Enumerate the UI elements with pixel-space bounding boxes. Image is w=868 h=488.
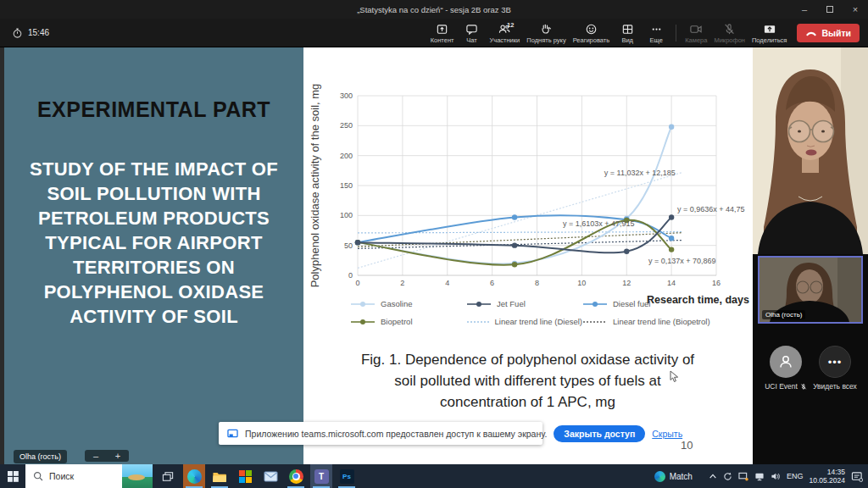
hidden-icons-chevron[interactable] [709,473,717,480]
maximize-icon [826,6,833,13]
figure-caption: Fig. 1. Dependence of polyphenol oxidase… [301,349,753,413]
participant-avatar-uci-event[interactable] [770,346,802,378]
taskbar-search-input[interactable]: Поиск [25,464,153,488]
main-video-feed [753,47,868,254]
taskbar-app-teams[interactable]: T [310,464,332,488]
shared-screen-slide: EXPERIMENTAL PART STUDY OF THE IMPACT OF… [4,47,753,464]
start-button[interactable] [0,464,25,488]
hand-icon [540,23,553,36]
network-tray-icon[interactable] [754,472,765,481]
taskbar-clock[interactable]: 14:35 10.05.2024 [809,468,845,485]
edge-icon [187,469,202,484]
self-video-label: Olha (гость) [762,310,805,319]
toolbar-button-react[interactable]: Реагировать [570,19,614,47]
stop-sharing-button[interactable]: Закрыть доступ [554,425,645,442]
slide-left-panel: EXPERIMENTAL PART STUDY OF THE IMPACT OF… [4,47,303,464]
windows-logo-icon [8,471,19,482]
timer-icon [12,27,23,39]
presenter-name-pill: Olha (гость) [14,450,67,463]
speaker-video-portrait [753,47,868,254]
sync-tray-icon[interactable] [723,472,732,481]
mouse-cursor [670,370,679,383]
ellipsis-icon: ••• [828,356,843,369]
news-widget[interactable]: Match [654,471,693,482]
task-view-icon [162,471,174,482]
meeting-timer: 15:46 [12,27,49,39]
zoom-out-button[interactable]: – [85,451,107,461]
taskbar-app-explorer[interactable] [209,464,231,488]
toolbar-button-content[interactable]: Контент [427,19,458,47]
maximize-button[interactable] [817,0,843,19]
mic-muted-icon [800,383,807,391]
taskbar-app-store[interactable] [234,464,256,488]
legend-item: Linear trend line (Biopetrol) [582,317,726,326]
self-video-thumbnail[interactable]: Olha (гость) [758,256,863,324]
meeting-toolbar: 15:46 Контент Чат 12 Участники Поднять р… [0,19,868,47]
window-controls: – × [792,0,868,19]
svg-text:Polyphenol oxidase activity of: Polyphenol oxidase activity of the soil,… [309,84,321,288]
svg-text:16: 16 [712,279,721,287]
participant-label-uci: UCI Event [756,382,815,391]
toolbar-button-camera[interactable]: Камера [682,19,710,47]
svg-text:250: 250 [340,121,353,130]
minimize-button[interactable]: – [792,0,817,19]
ellipsis-icon [650,23,663,36]
legend-item: Linear trend line (Diesel) [466,317,582,326]
clock-date: 10.05.2024 [809,476,845,485]
toolbar-button-chat[interactable]: Чат [457,19,486,47]
window-title: „Statystyka na co dzień“ - sesja 2B oraz… [357,5,511,14]
camera-icon [689,23,703,36]
task-view-button[interactable] [156,464,180,488]
see-all-button[interactable]: ••• [819,346,851,378]
svg-text:10: 10 [577,279,586,287]
svg-text:8: 8 [535,279,539,287]
chat-icon [465,23,478,36]
volume-tray-icon[interactable] [771,472,781,481]
chart-x-axis-title: Research time, days [647,294,749,306]
svg-text:100: 100 [340,211,353,219]
toolbar-button-share[interactable]: Поделиться [748,19,790,47]
svg-text:0: 0 [348,271,353,280]
svg-text:50: 50 [344,241,353,250]
photoshop-icon: Ps [340,469,354,484]
timer-value: 15:46 [28,28,49,37]
person-icon [777,353,794,370]
screen-share-tray-icon[interactable] [738,472,748,481]
taskbar-app-edge[interactable] [183,464,205,488]
close-button[interactable]: × [843,0,868,19]
toolbar-button-view[interactable]: Вид [613,19,642,47]
language-indicator[interactable]: ENG [787,472,804,480]
toolbar-button-mic[interactable]: Микрофон [710,19,748,47]
zoom-in-button[interactable]: + [107,451,129,461]
legend-label: Diesel fuel [613,299,650,308]
svg-text:4: 4 [445,279,449,287]
participants-count-badge: 12 [507,21,514,29]
hide-banner-link[interactable]: Скрыть [652,429,682,439]
svg-text:150: 150 [340,181,353,190]
slide-heading: EXPERIMENTAL PART [26,97,281,123]
stage-zoom-control: – + [85,450,129,462]
svg-text:y = 0,9636x + 44,75: y = 0,9636x + 44,75 [677,205,745,214]
legend-item: Biopetrol [350,317,466,326]
clock-time: 14:35 [809,468,845,476]
search-icon [33,471,43,481]
widget-label: Match [670,472,693,481]
toolbar-button-more[interactable]: Еще [642,19,670,47]
toolbar-buttons: Контент Чат 12 Участники Поднять руку Ре… [427,19,865,47]
svg-text:0: 0 [355,279,359,287]
svg-text:y = 0,137x + 70,869: y = 0,137x + 70,869 [648,257,716,265]
screen-share-banner: Приложению teams.microsoft.com предостав… [219,422,542,445]
toolbar-button-raise-hand[interactable]: Поднять руку [523,19,569,47]
leave-button[interactable]: Выйти [797,24,860,42]
see-all-label: Увидеть всех [809,382,861,391]
svg-text:14: 14 [667,279,676,287]
taskbar-app-mail[interactable] [259,464,281,488]
taskbar-app-chrome[interactable] [285,464,307,488]
svg-text:200: 200 [340,152,353,160]
taskbar-app-photoshop[interactable]: Ps [336,464,358,488]
toolbar-button-participants[interactable]: 12 Участники [486,19,523,47]
participants-panel: Olha (гость) ••• UCI Event Увидеть всех [753,47,868,464]
tab-share-icon [227,429,238,439]
chrome-icon [289,469,303,484]
action-center-icon[interactable] [851,471,863,482]
